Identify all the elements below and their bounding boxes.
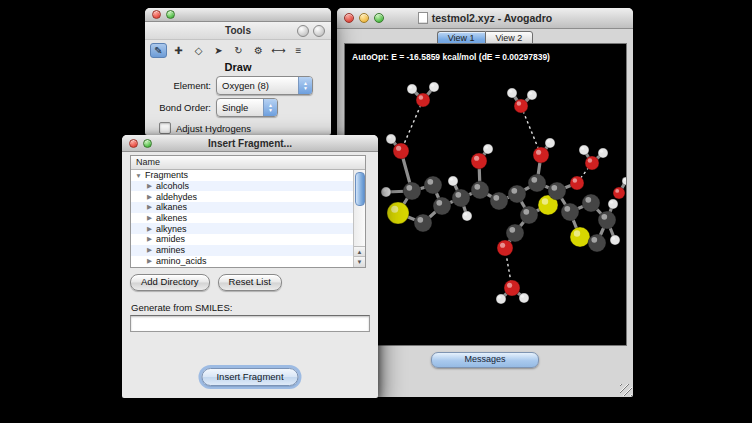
atom-H[interactable] — [519, 293, 529, 303]
scrollbar[interactable]: ▲ ▼ — [353, 170, 365, 267]
adjust-hydrogens-checkbox[interactable] — [159, 122, 171, 134]
list-item[interactable]: ▶alkynes — [131, 223, 354, 234]
atom-highlight — [573, 178, 577, 182]
atom-O[interactable] — [585, 156, 599, 170]
element-dropdown[interactable]: Oxygen (8) ▲▼ — [216, 76, 313, 95]
atom-C[interactable] — [490, 192, 508, 210]
atom-H[interactable] — [448, 176, 458, 186]
atom-C[interactable] — [528, 174, 546, 192]
auto-rotate-tool-icon[interactable]: ↻ — [230, 43, 247, 58]
selection-tool-icon[interactable]: ➤ — [210, 43, 227, 58]
atom-H[interactable] — [579, 145, 589, 155]
add-directory-button[interactable]: Add Directory — [130, 274, 210, 291]
disclosure-closed-icon[interactable]: ▶ — [145, 214, 154, 222]
atom-O[interactable] — [613, 187, 625, 199]
list-column-header[interactable]: Name — [131, 156, 365, 170]
resize-grip-icon[interactable] — [620, 384, 632, 396]
atom-highlight — [591, 237, 597, 243]
atom-C[interactable] — [582, 194, 600, 212]
molecule-svg[interactable] — [345, 44, 626, 345]
atom-C[interactable] — [548, 182, 566, 200]
atom-C[interactable] — [424, 176, 442, 194]
close-button[interactable] — [129, 139, 138, 148]
atom-H[interactable] — [483, 144, 493, 154]
fragment-titlebar[interactable]: Insert Fragment... — [122, 135, 378, 152]
disclosure-open-icon[interactable]: ▼ — [134, 172, 143, 179]
zoom-button[interactable] — [166, 10, 175, 19]
messages-button[interactable]: Messages — [431, 352, 539, 368]
smiles-input[interactable] — [130, 315, 370, 332]
atom-O[interactable] — [497, 240, 513, 256]
measure-tool-icon[interactable]: ⟷ — [270, 43, 287, 58]
atom-H[interactable] — [496, 294, 506, 304]
atom-H[interactable] — [610, 235, 620, 245]
list-item[interactable]: ▶alkanes — [131, 202, 354, 213]
atom-H[interactable] — [386, 134, 396, 144]
list-item[interactable]: ▶amino_acids — [131, 256, 354, 267]
atom-C[interactable] — [561, 203, 579, 221]
close-button[interactable] — [344, 13, 354, 23]
list-item[interactable]: ▶aldehydes — [131, 191, 354, 202]
navigate-tool-icon[interactable]: ✚ — [170, 43, 187, 58]
atom-C[interactable] — [471, 181, 489, 199]
draw-tool-icon[interactable]: ✎ — [150, 43, 167, 58]
atom-O[interactable] — [416, 93, 430, 107]
scrollbar-thumb[interactable] — [355, 172, 365, 206]
atom-C[interactable] — [433, 197, 451, 215]
bond-centric-tool-icon[interactable]: ◇ — [190, 43, 207, 58]
list-item[interactable]: ▼Fragments — [131, 170, 354, 181]
disclosure-closed-icon[interactable]: ▶ — [145, 257, 154, 265]
atom-C[interactable] — [403, 182, 421, 200]
reset-list-button[interactable]: Reset List — [218, 274, 282, 291]
atom-O[interactable] — [504, 280, 520, 296]
minimize-button[interactable] — [359, 13, 369, 23]
close-button[interactable] — [152, 10, 161, 19]
atom-H[interactable] — [598, 148, 608, 158]
atom-H[interactable] — [381, 187, 391, 197]
insert-fragment-button[interactable]: Insert Fragment — [201, 368, 298, 386]
atom-H[interactable] — [527, 90, 537, 100]
tools-titlebar[interactable] — [145, 8, 331, 22]
list-item[interactable]: ▶alkenes — [131, 213, 354, 224]
atom-O[interactable] — [471, 153, 487, 169]
atom-O[interactable] — [570, 176, 584, 190]
atom-C[interactable] — [588, 234, 606, 252]
disclosure-closed-icon[interactable]: ▶ — [145, 193, 154, 201]
scroll-down-icon[interactable]: ▼ — [354, 256, 365, 267]
tools-dock-header[interactable]: Tools — [145, 22, 331, 40]
float-button[interactable] — [297, 25, 309, 37]
atom-H[interactable] — [507, 88, 517, 98]
atom-C[interactable] — [452, 189, 470, 207]
atom-H[interactable] — [608, 199, 618, 209]
atom-C[interactable] — [520, 206, 538, 224]
atom-H[interactable] — [407, 84, 417, 94]
atom-O[interactable] — [393, 143, 409, 159]
atom-S[interactable] — [387, 202, 409, 224]
disclosure-closed-icon[interactable]: ▶ — [145, 235, 154, 243]
close-dock-button[interactable] — [313, 25, 325, 37]
atom-S[interactable] — [570, 227, 590, 247]
atom-H[interactable] — [462, 211, 472, 221]
list-item[interactable]: ▶amines — [131, 245, 354, 256]
molecule-viewport[interactable]: AutoOpt: E = -16.5859 kcal/mol (dE = 0.0… — [344, 43, 627, 346]
disclosure-closed-icon[interactable]: ▶ — [145, 246, 154, 254]
zoom-button[interactable] — [143, 139, 152, 148]
atom-C[interactable] — [598, 211, 616, 229]
disclosure-closed-icon[interactable]: ▶ — [145, 225, 154, 233]
atom-C[interactable] — [414, 214, 432, 232]
atom-H[interactable] — [545, 138, 555, 148]
auto-optimize-tool-icon[interactable]: ⚙ — [250, 43, 267, 58]
atom-O[interactable] — [533, 147, 549, 163]
bond-order-dropdown[interactable]: Single ▲▼ — [216, 98, 278, 117]
list-item[interactable]: ▶alcohols — [131, 181, 354, 192]
atom-C[interactable] — [506, 224, 524, 242]
align-tool-icon[interactable]: ≡ — [290, 43, 307, 58]
disclosure-closed-icon[interactable]: ▶ — [145, 182, 154, 190]
disclosure-closed-icon[interactable]: ▶ — [145, 203, 154, 211]
zoom-button[interactable] — [374, 13, 384, 23]
main-window-titlebar[interactable]: testmol2.xyz - Avogadro — [337, 8, 633, 29]
atom-C[interactable] — [508, 185, 526, 203]
atom-O[interactable] — [514, 99, 528, 113]
atom-H[interactable] — [429, 82, 439, 92]
list-item[interactable]: ▶amides — [131, 234, 354, 245]
